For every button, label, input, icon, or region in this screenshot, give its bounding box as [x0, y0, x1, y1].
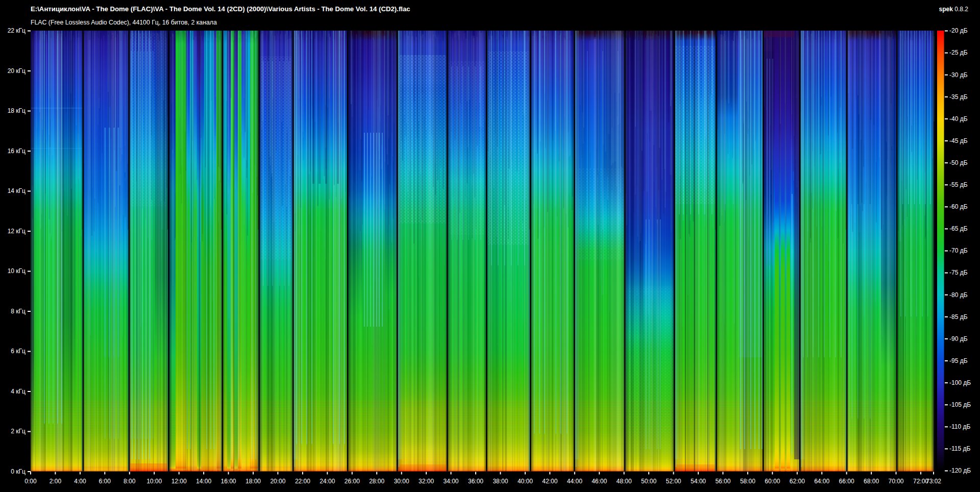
svg-text:20 кГц: 20 кГц [8, 67, 26, 75]
svg-text:22:00: 22:00 [295, 478, 310, 485]
svg-text:52:00: 52:00 [666, 478, 681, 485]
svg-text:4:00: 4:00 [74, 478, 86, 485]
svg-text:-50 дБ: -50 дБ [949, 159, 968, 166]
svg-text:14:00: 14:00 [196, 478, 211, 485]
svg-text:60:00: 60:00 [765, 478, 780, 485]
svg-text:73:02: 73:02 [926, 478, 941, 485]
svg-text:36:00: 36:00 [468, 478, 483, 485]
svg-text:34:00: 34:00 [443, 478, 458, 485]
svg-text:-40 дБ: -40 дБ [949, 115, 968, 122]
svg-text:64:00: 64:00 [814, 478, 829, 485]
svg-text:-75 дБ: -75 дБ [949, 269, 968, 276]
svg-text:16:00: 16:00 [220, 478, 236, 485]
svg-text:-100 дБ: -100 дБ [949, 379, 971, 386]
svg-text:-30 дБ: -30 дБ [949, 71, 968, 79]
svg-text:-70 дБ: -70 дБ [949, 247, 968, 254]
svg-text:-95 дБ: -95 дБ [949, 357, 968, 364]
svg-text:-65 дБ: -65 дБ [949, 225, 968, 232]
svg-text:70:00: 70:00 [888, 478, 903, 485]
svg-text:-115 дБ: -115 дБ [949, 445, 970, 452]
svg-text:-55 дБ: -55 дБ [949, 181, 968, 188]
svg-text:12:00: 12:00 [172, 478, 187, 485]
svg-text:18:00: 18:00 [246, 478, 261, 485]
svg-text:20:00: 20:00 [270, 478, 285, 485]
svg-text:-35 дБ: -35 дБ [949, 93, 968, 101]
svg-text:32:00: 32:00 [419, 478, 434, 485]
svg-text:18 кГц: 18 кГц [8, 107, 26, 114]
svg-text:-25 дБ: -25 дБ [949, 49, 968, 56]
svg-text:-105 дБ: -105 дБ [949, 401, 971, 408]
svg-text:-110 дБ: -110 дБ [949, 423, 970, 430]
svg-text:48:00: 48:00 [617, 478, 632, 485]
svg-text:12 кГц: 12 кГц [8, 228, 26, 235]
svg-text:30:00: 30:00 [394, 478, 409, 485]
svg-text:24:00: 24:00 [320, 478, 335, 485]
svg-text:66:00: 66:00 [839, 478, 854, 485]
svg-text:10 кГц: 10 кГц [8, 267, 26, 275]
svg-text:-60 дБ: -60 дБ [949, 203, 968, 210]
svg-text:10:00: 10:00 [146, 478, 162, 485]
svg-text:4 кГц: 4 кГц [11, 388, 26, 395]
svg-text:16 кГц: 16 кГц [8, 147, 26, 155]
svg-text:40:00: 40:00 [518, 478, 533, 485]
svg-text:6:00: 6:00 [99, 478, 111, 485]
svg-text:0 кГц: 0 кГц [11, 468, 26, 475]
svg-text:-20 дБ: -20 дБ [949, 27, 968, 34]
svg-text:8:00: 8:00 [124, 478, 136, 485]
svg-text:-120 дБ: -120 дБ [949, 467, 971, 474]
svg-text:-85 дБ: -85 дБ [949, 313, 968, 321]
svg-text:68:00: 68:00 [864, 478, 879, 485]
svg-text:42:00: 42:00 [542, 478, 557, 485]
svg-text:FLAC (Free Lossless Audio Code: FLAC (Free Lossless Audio Codec), 44100 … [31, 19, 217, 26]
svg-text:8 кГц: 8 кГц [11, 308, 26, 315]
svg-text:E:\Антициклон\VA - The Dome (F: E:\Антициклон\VA - The Dome (FLAC)\VA - … [31, 5, 410, 13]
svg-text:54:00: 54:00 [691, 478, 706, 485]
svg-text:spek 0.8.2: spek 0.8.2 [939, 6, 969, 13]
svg-text:6 кГц: 6 кГц [11, 348, 26, 355]
svg-text:0:00: 0:00 [24, 478, 37, 485]
svg-text:2:00: 2:00 [50, 478, 62, 485]
svg-text:14 кГц: 14 кГц [8, 187, 26, 194]
svg-text:-45 дБ: -45 дБ [949, 137, 968, 144]
svg-text:62:00: 62:00 [790, 478, 805, 485]
svg-text:-80 дБ: -80 дБ [949, 291, 968, 299]
svg-text:44:00: 44:00 [567, 478, 582, 485]
svg-text:-90 дБ: -90 дБ [949, 335, 968, 342]
svg-text:26:00: 26:00 [345, 478, 360, 485]
svg-text:28:00: 28:00 [369, 478, 384, 485]
svg-text:56:00: 56:00 [715, 478, 730, 485]
svg-text:58:00: 58:00 [740, 478, 755, 485]
svg-text:50:00: 50:00 [641, 478, 656, 485]
svg-text:2 кГц: 2 кГц [11, 428, 26, 435]
svg-text:22 кГц: 22 кГц [8, 27, 26, 34]
svg-text:46:00: 46:00 [592, 478, 607, 485]
svg-text:38:00: 38:00 [493, 478, 508, 485]
